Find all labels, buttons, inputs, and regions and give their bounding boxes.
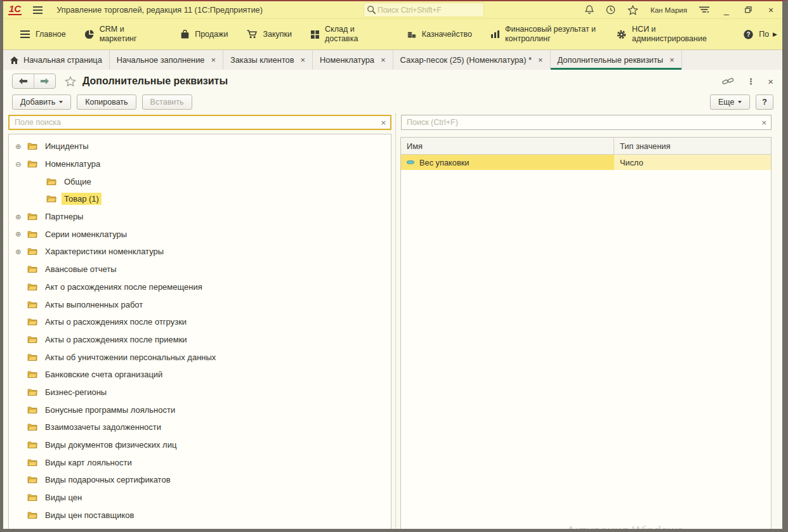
- tree-item[interactable]: Банковские счета организаций: [9, 366, 391, 384]
- tree-item[interactable]: Виды цен: [9, 489, 391, 507]
- tree-item[interactable]: Виды цен поставщиков: [9, 506, 391, 524]
- tree-item[interactable]: ⊕Характеристики номенклатуры: [9, 243, 391, 261]
- add-button[interactable]: Добавить: [12, 94, 71, 110]
- tree-item-label: Характеристики номенклатуры: [43, 245, 166, 257]
- favorites-star-icon[interactable]: [627, 5, 638, 15]
- tree-item[interactable]: Акты выполненных работ: [9, 295, 391, 313]
- coins-icon: [407, 30, 416, 39]
- column-header-type[interactable]: Тип значения: [614, 138, 771, 154]
- menu-item-по[interactable]: ?По: [734, 19, 772, 49]
- bag-icon: [181, 30, 189, 39]
- tree-item-label: Акты выполненных работ: [43, 299, 145, 311]
- help-button[interactable]: ?: [756, 94, 773, 110]
- tree-item[interactable]: ⊕Серии номенклатуры: [9, 225, 391, 243]
- panel-splitter[interactable]: [391, 134, 400, 532]
- menu-item-продажи[interactable]: Продажи: [171, 19, 237, 49]
- tree-item[interactable]: Акт о расхождениях после перемещения: [9, 278, 391, 296]
- tree-item-label: Виды цен: [43, 491, 84, 503]
- tree-item[interactable]: ⊕Партнеры: [9, 208, 391, 226]
- menu-item-crm-и-маркетинг[interactable]: CRM и маркетинг: [76, 19, 171, 49]
- menu-item-главное[interactable]: Главное: [11, 19, 76, 49]
- tree-item[interactable]: Виды подарочных сертификатов: [9, 471, 391, 489]
- expand-plus-icon[interactable]: ⊕: [15, 212, 27, 221]
- folder-icon: [27, 370, 37, 379]
- tree-item[interactable]: Авансовые отчеты: [9, 261, 391, 278]
- menu-scroll-right-icon[interactable]: ▶: [772, 31, 778, 37]
- tree-item[interactable]: Виды карт лояльности: [9, 453, 391, 471]
- back-button[interactable]: [13, 74, 34, 88]
- more-button[interactable]: Еще: [710, 94, 750, 110]
- tree-item[interactable]: Акты о расхождениях после приемки: [9, 331, 391, 349]
- tree-item[interactable]: ⊕Инциденты: [9, 138, 391, 155]
- cell-name: Вес упаковки: [401, 155, 614, 170]
- tree-item[interactable]: Товар (1): [9, 190, 391, 208]
- folder-icon: [27, 335, 37, 344]
- tab-заказы-клиентов[interactable]: Заказы клиентов×: [223, 50, 313, 70]
- tree-item[interactable]: ⊖Номенклатура: [9, 155, 391, 173]
- tab-close-icon[interactable]: ×: [669, 55, 674, 65]
- tree-item[interactable]: Акты об уничтожении персональных данных: [9, 348, 391, 366]
- expand-plus-icon[interactable]: ⊕: [15, 247, 27, 256]
- get-link-icon[interactable]: [722, 77, 734, 86]
- minimize-button[interactable]: _: [721, 6, 732, 15]
- table-row[interactable]: Вес упаковкиЧисло: [401, 155, 771, 170]
- expand-plus-icon[interactable]: ⊕: [15, 230, 27, 238]
- clear-search-icon[interactable]: ×: [381, 119, 386, 127]
- menu-item-label: Главное: [36, 30, 66, 39]
- notifications-bell-icon[interactable]: [585, 5, 594, 15]
- tree-item[interactable]: Акты о расхождениях после отгрузки: [9, 313, 391, 331]
- more-menu-dots-icon[interactable]: ⋮: [747, 77, 755, 86]
- restore-button[interactable]: [744, 6, 754, 15]
- tab-close-icon[interactable]: ×: [538, 55, 543, 65]
- tab-label: Сахар-песок (25) (Номенклатура) *: [400, 55, 532, 65]
- tree-search-input[interactable]: [13, 117, 378, 127]
- right-column: Имя Тип значения Вес упаковкиЧисло: [400, 134, 772, 532]
- menu-item-финансовый-результат-и-контроллинг[interactable]: Финансовый результат и контроллинг: [482, 19, 607, 49]
- tab-close-icon[interactable]: ×: [381, 55, 386, 65]
- forward-button[interactable]: [34, 74, 55, 88]
- tab-номенклатура[interactable]: Номенклатура×: [313, 50, 393, 70]
- paste-button[interactable]: Вставить: [142, 94, 192, 110]
- column-header-name[interactable]: Имя: [401, 138, 614, 154]
- tree-item[interactable]: Бизнес-регионы: [9, 384, 391, 401]
- menu-item-закупки[interactable]: Закупки: [237, 19, 301, 49]
- folder-icon: [27, 441, 37, 449]
- tree-item[interactable]: Возвраты товаров от клиентов: [9, 524, 391, 532]
- copy-button[interactable]: Копировать: [77, 94, 136, 110]
- attribute-name: Вес упаковки: [419, 158, 469, 167]
- tree-item[interactable]: Бонусные программы лояльности: [9, 401, 391, 418]
- user-name[interactable]: Кан Мария: [650, 6, 687, 14]
- favorite-page-star-icon[interactable]: [65, 76, 76, 87]
- 1c-logo: 1С: [8, 4, 22, 15]
- app-window: 1С Управление торговлей, редакция 11 (1С…: [0, 0, 788, 532]
- main-menu-icon[interactable]: [33, 6, 43, 14]
- tree-item-label: Банковские счета организаций: [43, 368, 165, 380]
- tab-label: Номенклатура: [320, 55, 374, 65]
- tree-item-label: Авансовые отчеты: [43, 263, 119, 275]
- tab-close-icon[interactable]: ×: [211, 55, 216, 65]
- tree-item[interactable]: Общие: [9, 172, 391, 190]
- tree-item[interactable]: Взаимозачеты задолженности: [9, 418, 391, 436]
- pie-chart-icon: [85, 30, 94, 39]
- tab-сахар-песок-25-номенклатура-[interactable]: Сахар-песок (25) (Номенклатура) *×: [393, 50, 551, 70]
- menu-item-склад-и-доставка[interactable]: Склад и доставка: [301, 19, 398, 49]
- history-clock-icon[interactable]: [606, 5, 615, 15]
- tab-close-icon[interactable]: ×: [301, 55, 306, 65]
- folder-icon: [27, 318, 37, 326]
- close-page-button[interactable]: ×: [768, 76, 773, 87]
- connection-status-icon[interactable]: [699, 6, 709, 14]
- close-window-button[interactable]: ×: [766, 6, 776, 15]
- tab-дополнительные-реквизиты[interactable]: Дополнительные реквизиты×: [551, 50, 682, 70]
- menu-item-label: Склад и доставка: [325, 25, 388, 44]
- clear-search-icon[interactable]: ×: [761, 119, 767, 127]
- menu-item-казначейство[interactable]: Казначейство: [398, 19, 482, 49]
- tab-начальная-страница[interactable]: Начальная страница: [3, 50, 110, 70]
- table-search-input[interactable]: [405, 117, 758, 127]
- expand-plus-icon[interactable]: ⊕: [15, 142, 27, 151]
- tab-начальное-заполнение[interactable]: Начальное заполнение×: [110, 50, 223, 70]
- folder-icon: [27, 406, 37, 414]
- tree-item[interactable]: Виды документов физических лиц: [9, 436, 391, 454]
- menu-item-нси-и-администрирование[interactable]: НСИ и администрирование: [607, 19, 734, 49]
- global-search-input[interactable]: [376, 5, 474, 15]
- collapse-minus-icon[interactable]: ⊖: [15, 160, 27, 169]
